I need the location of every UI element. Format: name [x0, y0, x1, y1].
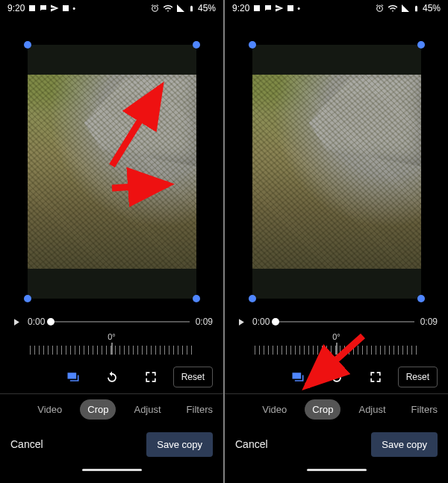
tab-filters[interactable]: Filters	[404, 399, 445, 420]
seek-thumb[interactable]	[272, 318, 279, 325]
crop-handle-tl[interactable]	[249, 41, 256, 49]
crop-excluded-bottom	[252, 269, 421, 299]
crop-tools: Reset	[0, 361, 223, 393]
battery-pct: 45%	[423, 3, 441, 13]
wifi-icon	[163, 3, 173, 13]
tab-video[interactable]: Video	[255, 399, 294, 420]
cancel-button[interactable]: Cancel	[10, 438, 43, 450]
video-frame	[252, 75, 421, 269]
playback-duration: 0:09	[196, 317, 213, 327]
tab-filters[interactable]: Filters	[179, 399, 220, 420]
crop-frame[interactable]	[252, 45, 421, 299]
crop-frame[interactable]	[28, 45, 196, 299]
rotate-button[interactable]	[329, 369, 345, 385]
crop-handle-tr[interactable]	[417, 41, 425, 49]
crop-handle-br[interactable]	[193, 295, 200, 302]
transform-button[interactable]	[143, 369, 159, 385]
status-time: 9:20	[232, 3, 249, 13]
wifi-icon	[388, 3, 398, 13]
rotation-ruler[interactable]: 0°	[0, 332, 223, 361]
editor-tabs: VideoCropAdjustFilters	[0, 393, 223, 425]
rotation-ruler[interactable]: 0°	[225, 332, 448, 361]
bottom-bar: Cancel Save copy	[225, 425, 448, 464]
crop-handle-bl[interactable]	[249, 295, 256, 302]
bottom-bar: Cancel Save copy	[0, 425, 223, 464]
signal-icon	[176, 4, 185, 13]
gesture-nav[interactable]	[225, 464, 448, 476]
crop-handle-bl[interactable]	[24, 295, 31, 302]
status-bar: 9:20 • 45%	[225, 0, 448, 16]
crop-excluded-bottom	[28, 269, 196, 299]
video-frame	[28, 75, 196, 269]
gesture-nav[interactable]	[0, 464, 223, 476]
battery-icon	[413, 4, 420, 13]
battery-pct: 45%	[198, 3, 216, 13]
status-time: 9:20	[7, 3, 25, 13]
rotation-angle: 0°	[332, 332, 340, 341]
seek-slider[interactable]	[51, 317, 189, 327]
play-button[interactable]	[235, 317, 246, 328]
aspect-ratio-button[interactable]	[65, 369, 81, 385]
reset-button[interactable]: Reset	[173, 367, 213, 387]
cancel-button[interactable]: Cancel	[235, 438, 268, 450]
rotate-button[interactable]	[104, 369, 120, 385]
status-bar: 9:20 • 45%	[0, 0, 223, 16]
playback-current: 0:00	[28, 317, 45, 327]
phone-right: 9:20 • 45%	[225, 0, 448, 483]
signal-icon	[401, 4, 410, 13]
tab-crop[interactable]: Crop	[80, 399, 116, 420]
tab-video[interactable]: Video	[30, 399, 69, 420]
playback-bar: 0:00 0:09	[225, 311, 448, 332]
play-button[interactable]	[10, 317, 22, 328]
crop-preview[interactable]	[0, 16, 223, 311]
editor-tabs: VideoCropAdjustFilters	[225, 393, 448, 425]
crop-handle-tr[interactable]	[193, 41, 200, 49]
tab-crop[interactable]: Crop	[305, 399, 340, 420]
tab-adjust[interactable]: Adjust	[126, 399, 168, 420]
playback-current: 0:00	[252, 317, 270, 327]
crop-tools: Reset	[225, 361, 448, 393]
reset-button[interactable]: Reset	[398, 367, 438, 387]
crop-handle-br[interactable]	[417, 295, 425, 302]
alarm-icon	[375, 4, 385, 13]
playback-bar: 0:00 0:09	[0, 311, 223, 332]
status-left-icons: •	[28, 4, 75, 13]
crop-excluded-top	[252, 45, 421, 75]
seek-slider[interactable]	[276, 317, 414, 327]
crop-handle-tl[interactable]	[24, 41, 31, 49]
alarm-icon	[150, 4, 160, 13]
crop-preview[interactable]	[225, 16, 448, 311]
aspect-ratio-button[interactable]	[290, 369, 306, 385]
transform-button[interactable]	[367, 369, 384, 385]
rotation-angle: 0°	[108, 332, 116, 341]
crop-excluded-top	[28, 45, 196, 75]
save-copy-button[interactable]: Save copy	[146, 432, 213, 457]
status-left-icons: •	[252, 4, 300, 13]
seek-thumb[interactable]	[47, 318, 55, 325]
playback-duration: 0:09	[420, 317, 438, 327]
tab-adjust[interactable]: Adjust	[351, 399, 393, 420]
save-copy-button[interactable]: Save copy	[371, 432, 438, 457]
phone-left: 9:20 • 45%	[0, 0, 223, 483]
battery-icon	[188, 4, 195, 13]
